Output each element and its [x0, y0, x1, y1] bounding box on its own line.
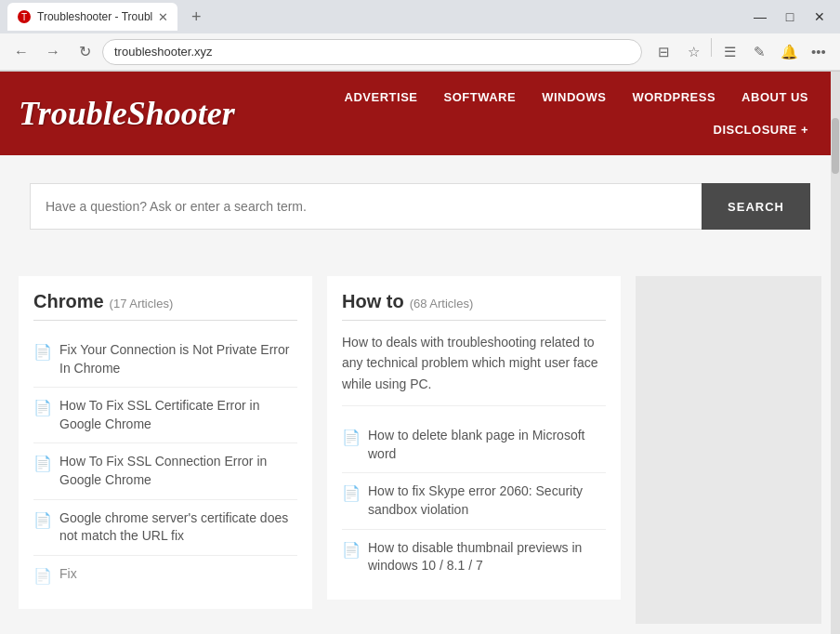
- chrome-article-3[interactable]: 📄 How To Fix SSL Connection Error in Goo…: [33, 443, 297, 499]
- edit-icon[interactable]: ✎: [745, 38, 773, 66]
- nav-software[interactable]: SOFTWARE: [430, 81, 529, 113]
- chrome-article-link-3: How To Fix SSL Connection Error in Googl…: [59, 453, 297, 489]
- article-doc-icon: 📄: [33, 343, 52, 361]
- chrome-article-link-2: How To Fix SSL Certificate Error in Goog…: [59, 397, 297, 433]
- content-area: Chrome (17 Articles) 📄 Fix Your Connecti…: [0, 258, 840, 634]
- forward-button[interactable]: →: [39, 38, 67, 66]
- back-button[interactable]: ←: [7, 38, 35, 66]
- howto-description: How to deals with troubleshooting relate…: [342, 332, 606, 406]
- browser-frame: T Troubleshooter - Troubl ✕ + — □ ✕ ← → …: [0, 0, 840, 72]
- nav-disclosure[interactable]: DISCLOSURE +: [701, 113, 821, 146]
- howto-column: How to (68 Articles) How to deals with t…: [327, 276, 621, 624]
- chrome-article-2[interactable]: 📄 How To Fix SSL Certificate Error in Go…: [33, 388, 297, 443]
- nav-windows[interactable]: WINDOWS: [529, 81, 619, 113]
- browser-toolbar: ← → ↻ troubleshooter.xyz ⊟ ☆ ☰ ✎ 🔔 •••: [0, 33, 840, 71]
- chrome-article-1[interactable]: 📄 Fix Your Connection is Not Private Err…: [33, 332, 297, 388]
- minimize-button[interactable]: —: [747, 4, 773, 30]
- address-bar[interactable]: troubleshooter.xyz: [102, 39, 642, 65]
- website-content: TroubleShooter ADVERTISE SOFTWARE WINDOW…: [0, 72, 840, 634]
- howto-doc-icon-2: 📄: [342, 484, 361, 502]
- article-doc-icon-4: 📄: [33, 511, 52, 529]
- howto-article-2[interactable]: 📄 How to fix Skype error 2060: Security …: [342, 473, 606, 529]
- browser-favicon: T: [17, 9, 32, 24]
- chrome-section: Chrome (17 Articles) 📄 Fix Your Connecti…: [19, 276, 312, 609]
- right-sidebar: [636, 276, 821, 624]
- search-button[interactable]: SEARCH: [702, 183, 810, 230]
- howto-article-list: 📄 How to delete blank page in Microsoft …: [342, 417, 606, 585]
- address-text: troubleshooter.xyz: [114, 45, 213, 59]
- search-section: SEARCH: [0, 155, 840, 258]
- reader-view-icon[interactable]: ⊟: [650, 38, 677, 66]
- howto-section: How to (68 Articles) How to deals with t…: [327, 276, 621, 600]
- hamburger-menu-icon[interactable]: ☰: [715, 38, 743, 66]
- nav-row-1: ADVERTISE SOFTWARE WINDOWS WORDPRESS ABO…: [332, 81, 821, 113]
- howto-doc-icon-3: 📄: [342, 541, 361, 559]
- close-button[interactable]: ✕: [807, 4, 833, 30]
- howto-article-link-2: How to fix Skype error 2060: Security sa…: [368, 482, 606, 519]
- howto-doc-icon-1: 📄: [342, 429, 361, 446]
- window-controls: — □ ✕: [747, 4, 833, 30]
- tab-title: Troubleshooter - Troubl: [37, 10, 152, 23]
- site-header: TroubleShooter ADVERTISE SOFTWARE WINDOW…: [0, 72, 840, 155]
- chrome-article-link-1: Fix Your Connection is Not Private Error…: [59, 341, 297, 377]
- scrollbar[interactable]: [831, 72, 840, 634]
- more-options-icon[interactable]: •••: [805, 38, 833, 66]
- site-nav: ADVERTISE SOFTWARE WINDOWS WORDPRESS ABO…: [332, 81, 821, 146]
- nav-row-2: DISCLOSURE +: [701, 113, 821, 146]
- site-logo[interactable]: TroubleShooter: [19, 94, 332, 133]
- chrome-article-link-4: Google chrome server's certificate does …: [59, 509, 297, 546]
- search-container: SEARCH: [30, 183, 810, 230]
- chrome-article-count: (17 Articles): [110, 297, 174, 310]
- maximize-button[interactable]: □: [777, 4, 803, 30]
- browser-titlebar: T Troubleshooter - Troubl ✕ + — □ ✕: [0, 0, 840, 33]
- chrome-category-header: Chrome (17 Articles): [33, 291, 297, 321]
- favorites-icon[interactable]: ☆: [679, 38, 707, 66]
- toolbar-icons: ⊟ ☆ ☰ ✎ 🔔 •••: [650, 38, 833, 66]
- nav-wordpress[interactable]: WORDPRESS: [619, 81, 728, 113]
- new-tab-button[interactable]: +: [183, 4, 209, 30]
- chrome-category-title: Chrome: [33, 291, 104, 312]
- chrome-article-4[interactable]: 📄 Google chrome server's certificate doe…: [33, 500, 297, 556]
- article-doc-icon-2: 📄: [33, 399, 52, 416]
- nav-about-us[interactable]: ABOUT US: [728, 81, 821, 113]
- chrome-article-list: 📄 Fix Your Connection is Not Private Err…: [33, 332, 297, 594]
- howto-article-count: (68 Articles): [410, 297, 474, 310]
- howto-article-3[interactable]: 📄 How to disable thumbnail previews in w…: [342, 530, 606, 585]
- howto-article-link-3: How to disable thumbnail previews in win…: [368, 539, 606, 575]
- article-doc-icon-5: 📄: [33, 567, 52, 585]
- chrome-column: Chrome (17 Articles) 📄 Fix Your Connecti…: [19, 276, 312, 624]
- scrollbar-thumb[interactable]: [832, 118, 839, 174]
- chrome-article-5[interactable]: 📄 Fix: [33, 556, 297, 594]
- howto-article-link-1: How to delete blank page in Microsoft wo…: [368, 427, 606, 463]
- refresh-button[interactable]: ↻: [71, 38, 98, 66]
- browser-tab[interactable]: T Troubleshooter - Troubl ✕: [7, 3, 177, 31]
- howto-category-title: How to: [342, 291, 404, 312]
- nav-advertise[interactable]: ADVERTISE: [332, 81, 431, 113]
- article-doc-icon-3: 📄: [33, 455, 52, 472]
- tab-close-icon[interactable]: ✕: [158, 10, 168, 24]
- toolbar-divider: [711, 38, 712, 57]
- svg-text:T: T: [21, 12, 27, 22]
- howto-category-header: How to (68 Articles): [342, 291, 606, 321]
- chrome-article-link-5: Fix: [59, 565, 77, 584]
- howto-article-1[interactable]: 📄 How to delete blank page in Microsoft …: [342, 417, 606, 473]
- search-input[interactable]: [30, 183, 702, 230]
- notifications-icon[interactable]: 🔔: [775, 38, 803, 66]
